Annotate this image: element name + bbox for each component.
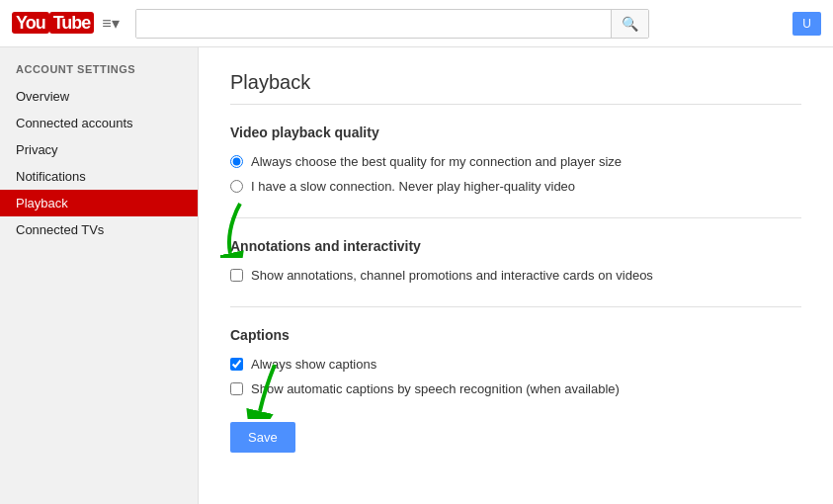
save-button[interactable]: Save: [230, 422, 295, 453]
sidebar-item-connected-accounts[interactable]: Connected accounts: [0, 110, 198, 136]
sidebar-section-title: ACCOUNT SETTINGS: [0, 63, 198, 83]
logo-text: YouTube: [12, 13, 94, 34]
auto-captions-label[interactable]: Show automatic captions by speech recogn…: [230, 381, 801, 396]
captions-title: Captions: [230, 327, 801, 343]
annotations-checkbox-text: Show annotations, channel promotions and…: [251, 268, 653, 283]
radio-best-quality[interactable]: Always choose the best quality for my co…: [230, 154, 801, 169]
sidebar-item-playback[interactable]: Playback: [0, 190, 198, 216]
menu-icon[interactable]: ≡▾: [102, 14, 119, 33]
search-input[interactable]: [136, 10, 611, 38]
auto-captions-checkbox[interactable]: [230, 382, 243, 395]
video-quality-section: Video playback quality Always choose the…: [230, 125, 801, 194]
annotations-title: Annotations and interactivity: [230, 238, 801, 254]
radio-slow-connection[interactable]: I have a slow connection. Never play hig…: [230, 179, 801, 194]
search-button[interactable]: 🔍: [611, 10, 648, 38]
annotations-checkbox[interactable]: [230, 269, 243, 282]
annotations-section: Annotations and interactivity Show annot…: [230, 238, 801, 283]
logo-you: You: [12, 12, 49, 34]
radio-best-quality-input[interactable]: [230, 155, 243, 168]
main-content: Playback Video playback quality Always c…: [198, 47, 833, 504]
radio-slow-connection-label: I have a slow connection. Never play hig…: [251, 179, 575, 194]
sidebar-item-privacy[interactable]: Privacy: [0, 136, 198, 163]
topbar: YouTube ≡▾ 🔍 U: [0, 0, 833, 47]
captions-section: Captions Always show captions Show autom…: [230, 327, 801, 453]
sidebar: ACCOUNT SETTINGS Overview Connected acco…: [0, 47, 198, 504]
radio-best-quality-label: Always choose the best quality for my co…: [251, 154, 622, 169]
divider-1: [230, 217, 801, 218]
divider-2: [230, 306, 801, 307]
search-bar: 🔍: [135, 9, 649, 39]
auto-captions-text: Show automatic captions by speech recogn…: [251, 381, 620, 396]
always-show-captions-checkbox[interactable]: [230, 358, 243, 371]
radio-slow-connection-input[interactable]: [230, 180, 243, 193]
layout: ACCOUNT SETTINGS Overview Connected acco…: [0, 47, 833, 504]
page-title: Playback: [230, 71, 801, 105]
always-show-captions-label[interactable]: Always show captions: [230, 357, 801, 372]
always-show-captions-text: Always show captions: [251, 357, 376, 372]
sidebar-item-overview[interactable]: Overview: [0, 83, 198, 110]
sidebar-item-connected-tvs[interactable]: Connected TVs: [0, 216, 198, 243]
user-button[interactable]: U: [792, 12, 821, 36]
save-container: Save: [230, 414, 295, 453]
logo: YouTube ≡▾: [12, 13, 120, 34]
annotations-checkbox-label[interactable]: Show annotations, channel promotions and…: [230, 268, 801, 283]
video-quality-title: Video playback quality: [230, 125, 801, 140]
sidebar-item-notifications[interactable]: Notifications: [0, 163, 198, 190]
logo-tube-box: Tube: [49, 12, 95, 34]
